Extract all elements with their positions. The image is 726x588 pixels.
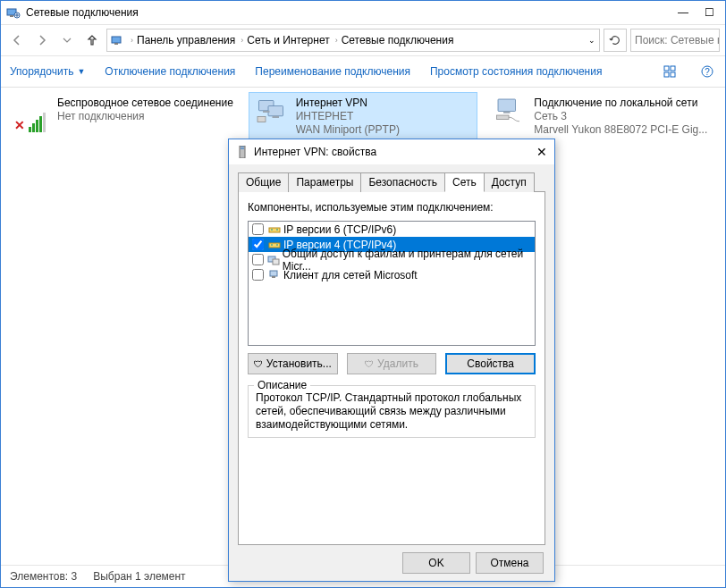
connection-item-wifi[interactable]: ✕ Беспроводное сетевое соединение Нет по… [10,92,240,141]
svg-rect-25 [269,243,280,248]
recent-dropdown[interactable] [56,29,78,51]
disable-connection-button[interactable]: Отключение подключения [105,65,235,78]
components-label: Компоненты, используемые этим подключени… [248,201,536,214]
explorer-window: Сетевые подключения — ☐ › Панель управле… [0,0,726,588]
svg-text:?: ? [705,67,710,77]
svg-rect-14 [272,116,279,118]
description-group: Описание Протокол TCP/IP. Стандартный пр… [248,385,536,438]
connection-status: Сеть 3 [534,110,707,123]
up-button[interactable] [81,29,103,51]
component-item-ipv6[interactable]: IP версии 6 (TCP/IPv6) [249,222,535,237]
svg-rect-1 [10,15,13,17]
shield-icon: 🛡 [254,359,263,369]
dialog-footer: OK Отмена [229,545,554,581]
vpn-icon [253,97,289,132]
connection-item-vpn[interactable]: Интернет VPN ИНТЕРНЕТ WAN Miniport (PPTP… [249,92,478,141]
breadcrumb[interactable]: › Панель управления› Сеть и Интернет› Се… [106,29,600,52]
svg-rect-17 [503,112,511,113]
arrange-button[interactable]: Упорядочить ▼ [10,65,85,78]
component-label: Клиент для сетей Microsoft [283,269,418,281]
dialog-title: Интернет VPN: свойства [254,146,536,158]
close-button[interactable]: ✕ [536,145,547,159]
svg-point-27 [276,244,278,246]
navigation-bar: › Панель управления› Сеть и Интернет› Се… [1,24,725,56]
forward-button[interactable] [31,29,53,51]
ok-button[interactable]: OK [402,552,470,574]
back-button[interactable] [6,29,28,51]
tab-general[interactable]: Общие [238,172,289,192]
properties-dialog: Интернет VPN: свойства ✕ Общие Параметры… [228,139,555,582]
svg-rect-4 [114,43,118,45]
chevron-down-icon: ▼ [77,67,85,76]
properties-button[interactable]: Свойства [445,353,536,374]
svg-rect-16 [498,99,516,112]
view-status-button[interactable]: Просмотр состояния подключения [430,65,602,78]
svg-point-23 [271,229,273,231]
error-x-icon: ✕ [14,118,25,132]
search-placeholder: Поиск: Сетевые п [635,34,720,46]
protocol-icon [267,239,282,251]
svg-rect-15 [257,117,266,122]
refresh-button[interactable] [604,29,627,52]
svg-rect-8 [671,72,675,77]
svg-rect-19 [240,146,245,158]
svg-rect-7 [664,72,669,77]
search-input[interactable]: Поиск: Сетевые п [630,29,720,52]
shield-icon: 🛡 [365,359,374,369]
connection-adapter: WAN Miniport (PPTP) [296,123,400,137]
install-button[interactable]: 🛡 Установить... [248,353,338,374]
description-text: Протокол TCP/IP. Стандартный протокол гл… [256,391,528,432]
chevron-down-icon[interactable]: ⌄ [588,36,595,45]
minimize-button[interactable]: — [678,6,688,19]
breadcrumb-root-icon[interactable]: › [111,33,133,47]
component-checkbox[interactable] [252,254,264,265]
component-item-file-sharing[interactable]: Общий доступ к файлам и принтерам для се… [249,252,535,267]
svg-point-26 [271,244,273,246]
breadcrumb-item-1[interactable]: Сеть и Интернет› [247,34,337,46]
tab-security[interactable]: Безопасность [360,172,445,192]
svg-rect-12 [268,106,283,116]
chevron-right-icon: › [241,36,243,45]
rename-connection-button[interactable]: Переименование подключения [255,65,410,78]
tab-sharing[interactable]: Доступ [484,172,535,192]
components-list[interactable]: IP версии 6 (TCP/IPv6) IP версии 4 (TCP/… [248,221,536,346]
svg-rect-30 [270,271,277,276]
connection-adapter: Marvell Yukon 88E8072 PCI-E Gig... [534,123,707,137]
window-title: Сетевые подключения [26,6,678,19]
service-icon [267,254,281,266]
uninstall-button: 🛡 Удалить [347,353,437,374]
connection-title: Беспроводное сетевое соединение [57,97,233,110]
maximize-button[interactable]: ☐ [705,6,714,19]
connection-status: Нет подключения [57,110,233,123]
svg-rect-22 [269,228,280,232]
app-icon [6,5,21,20]
svg-rect-29 [273,259,279,265]
connection-status: ИНТЕРНЕТ [296,110,400,123]
client-icon [267,269,282,281]
titlebar: Сетевые подключения — ☐ [1,1,725,24]
svg-rect-6 [671,66,675,71]
component-checkbox[interactable] [252,269,264,281]
selection-count: Выбран 1 элемент [93,570,185,583]
command-bar: Упорядочить ▼ Отключение подключения Пер… [1,56,725,88]
svg-point-24 [276,229,278,231]
dialog-titlebar: Интернет VPN: свойства ✕ [229,139,554,164]
connection-title: Подключение по локальной сети [534,97,707,110]
component-checkbox[interactable] [252,223,264,235]
window-controls: — ☐ [678,6,720,19]
tab-options[interactable]: Параметры [288,172,361,192]
connection-item-ethernet[interactable]: Подключение по локальной сети Сеть 3 Mar… [486,92,716,141]
svg-rect-5 [664,66,669,71]
item-count: Элементов: 3 [10,570,77,583]
chevron-right-icon: › [335,36,338,45]
help-button[interactable]: ? [698,63,716,80]
cancel-button[interactable]: Отмена [476,552,544,574]
protocol-icon [267,223,282,236]
view-options-button[interactable] [661,63,679,80]
breadcrumb-item-2[interactable]: Сетевые подключения [342,34,454,46]
tab-network[interactable]: Сеть [444,172,485,192]
svg-rect-3 [112,37,121,43]
svg-rect-20 [241,147,244,147]
component-checkbox[interactable] [252,239,264,250]
breadcrumb-item-0[interactable]: Панель управления› [137,34,243,46]
